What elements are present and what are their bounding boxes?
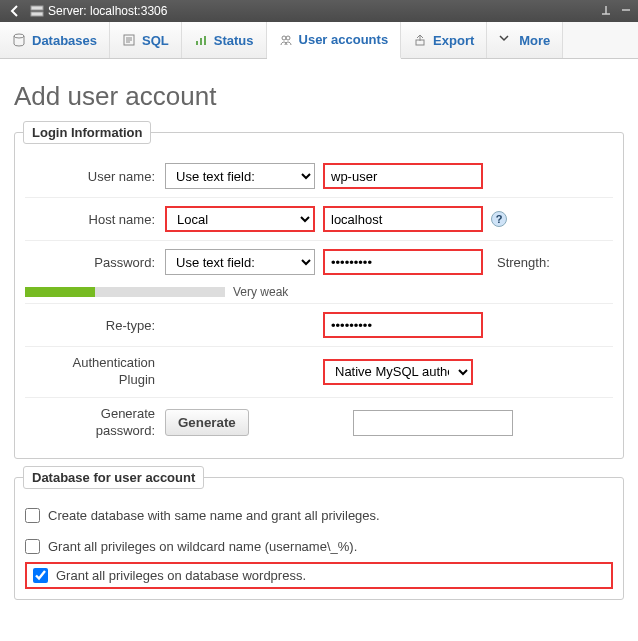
tab-sql[interactable]: SQL xyxy=(110,22,182,58)
retype-password-input[interactable] xyxy=(323,312,483,338)
username-mode-select[interactable]: Use text field: xyxy=(165,163,315,189)
sql-icon xyxy=(122,33,136,47)
tab-more[interactable]: More xyxy=(487,22,563,58)
svg-rect-1 xyxy=(31,12,43,16)
window-titlebar: Server: localhost:3306 xyxy=(0,0,638,22)
password-input[interactable] xyxy=(323,249,483,275)
hostname-input[interactable] xyxy=(323,206,483,232)
tab-label: User accounts xyxy=(299,32,389,47)
retype-label: Re-type: xyxy=(25,318,165,333)
strength-text: Very weak xyxy=(233,285,288,299)
grant-db-checkbox[interactable] xyxy=(33,568,48,583)
page-title: Add user account xyxy=(14,81,624,112)
grant-db-label: Grant all privileges on database wordpre… xyxy=(56,568,306,583)
generated-password-input[interactable] xyxy=(353,410,513,436)
create-db-label: Create database with same name and grant… xyxy=(48,508,380,523)
svg-rect-5 xyxy=(200,38,202,45)
password-label: Password: xyxy=(25,255,165,270)
auth-plugin-select[interactable]: Native MySQL authentication xyxy=(323,359,473,385)
tab-label: Status xyxy=(214,33,254,48)
svg-point-7 xyxy=(282,36,286,40)
login-information-legend: Login Information xyxy=(23,121,151,144)
svg-point-2 xyxy=(14,34,24,38)
tab-label: More xyxy=(519,33,550,48)
username-label: User name: xyxy=(25,169,165,184)
back-icon[interactable] xyxy=(6,2,24,20)
server-label: Server: localhost:3306 xyxy=(48,4,167,18)
window-close-icon[interactable] xyxy=(620,4,632,19)
grant-wildcard-checkbox[interactable] xyxy=(25,539,40,554)
strength-bar-fill xyxy=(25,287,95,297)
svg-rect-0 xyxy=(31,6,43,10)
database-icon xyxy=(12,33,26,47)
hostname-mode-select[interactable]: Local xyxy=(165,206,315,232)
username-input[interactable] xyxy=(323,163,483,189)
strength-bar xyxy=(25,287,225,297)
database-for-user-fieldset: Database for user account Create databas… xyxy=(14,477,624,600)
tab-export[interactable]: Export xyxy=(401,22,487,58)
auth-plugin-label: AuthenticationPlugin xyxy=(25,355,165,389)
status-icon xyxy=(194,33,208,47)
server-icon xyxy=(30,4,44,18)
tab-label: Export xyxy=(433,33,474,48)
tab-user-accounts[interactable]: User accounts xyxy=(267,22,402,59)
generate-password-label: Generatepassword: xyxy=(25,406,165,440)
svg-point-8 xyxy=(286,36,290,40)
create-db-checkbox[interactable] xyxy=(25,508,40,523)
password-mode-select[interactable]: Use text field: xyxy=(165,249,315,275)
svg-rect-4 xyxy=(196,41,198,45)
password-strength-meter: Very weak xyxy=(25,285,613,299)
help-icon[interactable]: ? xyxy=(491,211,507,227)
export-icon xyxy=(413,33,427,47)
tab-label: Databases xyxy=(32,33,97,48)
database-for-user-legend: Database for user account xyxy=(23,466,204,489)
chevron-down-icon xyxy=(499,33,513,47)
svg-rect-6 xyxy=(204,36,206,45)
window-min-icon[interactable] xyxy=(600,4,612,19)
top-tabs: Databases SQL Status User accounts Expor… xyxy=(0,22,638,59)
user-accounts-icon xyxy=(279,33,293,47)
tab-status[interactable]: Status xyxy=(182,22,267,58)
login-information-fieldset: Login Information User name: Use text fi… xyxy=(14,132,624,459)
tab-databases[interactable]: Databases xyxy=(0,22,110,58)
grant-wildcard-label: Grant all privileges on wildcard name (u… xyxy=(48,539,357,554)
hostname-label: Host name: xyxy=(25,212,165,227)
tab-label: SQL xyxy=(142,33,169,48)
generate-button[interactable]: Generate xyxy=(165,409,249,436)
strength-label: Strength: xyxy=(497,255,550,270)
